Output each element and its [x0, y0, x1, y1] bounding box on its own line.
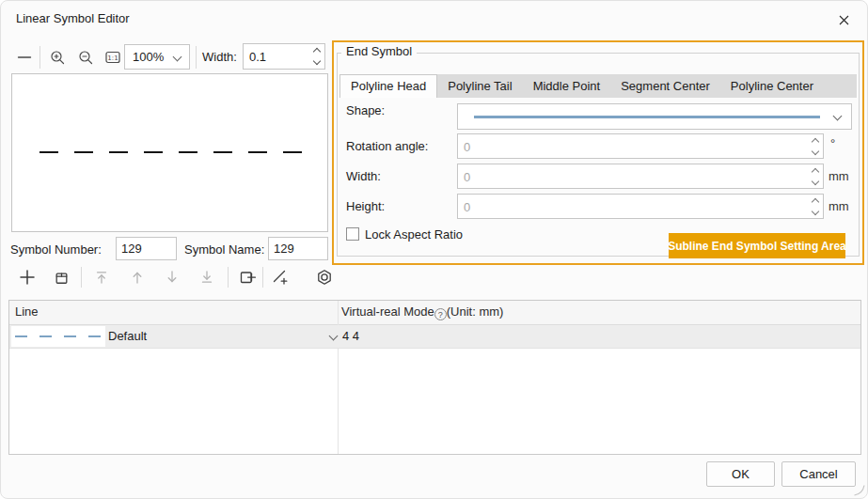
width-label: Width: [202, 50, 237, 64]
chevron-down-icon [173, 53, 182, 62]
move-down-button[interactable] [160, 265, 184, 289]
linear-symbol-editor-dialog: Linear Symbol Editor [0, 0, 868, 499]
close-button[interactable] [829, 7, 859, 33]
separator [228, 267, 229, 288]
tab-segment-center[interactable]: Segment Center [610, 74, 720, 98]
symbol-name-label: Symbol Name: [184, 242, 264, 257]
row-dashed-line [15, 335, 103, 337]
symbol-number-input[interactable] [116, 237, 177, 260]
square-plus-icon [239, 269, 256, 286]
chevron-down-icon [833, 112, 843, 121]
stepper-up-icon[interactable] [812, 197, 819, 205]
delete-line-button[interactable] [49, 265, 73, 289]
column-header-mode-text: Virtual-real Mode [341, 304, 434, 319]
rotation-angle-label: Rotation angle: [346, 139, 428, 153]
table-row[interactable]: Default 4 4 [9, 325, 860, 349]
zoom-level-value: 100% [133, 50, 164, 64]
tab-middle-point[interactable]: Middle Point [523, 74, 611, 98]
line-width-stepper[interactable]: 0.1 [243, 43, 325, 70]
zoom-out-button[interactable] [73, 45, 98, 70]
move-to-top-button[interactable] [89, 265, 114, 289]
separator [196, 46, 197, 69]
stepper-down-icon[interactable] [812, 147, 819, 154]
end-symbol-group-title: End Symbol [341, 44, 417, 58]
add-line-button[interactable] [15, 265, 39, 289]
mode-value-cell[interactable]: 4 4 [342, 329, 359, 343]
end-height-unit: mm [829, 199, 849, 213]
line-icon [17, 50, 32, 65]
end-height-value: 0 [464, 199, 470, 213]
symbol-preview-panel[interactable] [11, 73, 328, 232]
stepper-up-icon[interactable] [313, 48, 321, 55]
hexagon-nut-icon [316, 269, 333, 286]
move-to-top-icon [94, 270, 109, 285]
tab-polyline-head[interactable]: Polyline Head [339, 74, 437, 98]
line-plus-icon [272, 269, 289, 286]
stepper-up-icon[interactable] [812, 137, 819, 145]
move-to-bottom-button[interactable] [195, 265, 219, 289]
symbol-name-input[interactable] [268, 237, 328, 260]
actual-size-button[interactable]: 1:1 [101, 45, 125, 70]
rotation-angle-stepper[interactable]: 0 [457, 133, 824, 159]
insert-symbol-button[interactable] [235, 265, 260, 289]
column-header-mode-unit: (Unit: mm) [447, 304, 504, 319]
end-width-value: 0 [464, 169, 470, 183]
svg-text:1:1: 1:1 [107, 55, 118, 62]
ok-button[interactable]: OK [706, 461, 775, 487]
stepper-down-icon[interactable] [812, 207, 819, 214]
line-table: Line Virtual-real Mode?(Unit: mm) Defaul… [8, 300, 861, 455]
separator [262, 267, 263, 288]
column-header-line: Line [15, 304, 39, 319]
tab-polyline-tail[interactable]: Polyline Tail [437, 74, 522, 98]
shape-line-preview [474, 116, 820, 118]
end-width-label: Width: [346, 169, 381, 183]
lock-aspect-ratio-label: Lock Aspect Ratio [365, 227, 463, 242]
rotation-angle-value: 0 [464, 139, 470, 153]
zoom-level-select[interactable]: 100% [124, 44, 190, 70]
dialog-title: Linear Symbol Editor [16, 11, 130, 25]
end-height-stepper[interactable]: 0 [457, 194, 824, 219]
tab-polyline-center[interactable]: Polyline Center [720, 74, 824, 98]
preview-dashed-line [39, 151, 302, 153]
resize-grip[interactable] [853, 484, 865, 496]
zoom-out-icon [78, 50, 94, 66]
separator [39, 46, 40, 69]
zoom-in-button[interactable] [45, 45, 70, 70]
cancel-button[interactable]: Cancel [781, 461, 856, 487]
column-divider [338, 301, 339, 454]
separator [81, 267, 82, 288]
zoom-in-icon [50, 50, 66, 66]
arrow-down-icon [165, 270, 180, 285]
lock-aspect-ratio-checkbox[interactable] [346, 227, 359, 241]
shape-select[interactable] [457, 103, 852, 130]
line-width-value: 0.1 [249, 50, 266, 64]
column-header-mode: Virtual-real Mode?(Unit: mm) [341, 304, 503, 320]
stepper-down-icon[interactable] [313, 57, 321, 65]
line-table-header: Line Virtual-real Mode?(Unit: mm) [9, 301, 860, 325]
end-width-stepper[interactable]: 0 [457, 164, 824, 189]
end-symbol-tabstrip: Polyline Head Polyline Tail Middle Point… [339, 74, 857, 98]
add-subline-button[interactable] [268, 265, 292, 289]
chevron-down-icon[interactable] [329, 332, 339, 341]
line-name-cell[interactable]: Default [108, 329, 147, 343]
end-height-label: Height: [346, 199, 385, 213]
rotation-unit: ° [830, 136, 835, 150]
close-icon [837, 13, 851, 27]
trash-icon [54, 270, 70, 286]
symbol-settings-button[interactable] [312, 265, 337, 289]
subline-end-symbol-badge: Subline End Symbol Setting Area [669, 233, 845, 258]
arrow-up-icon [130, 270, 145, 285]
end-symbol-section: End Symbol Polyline Head Polyline Tail M… [332, 40, 864, 265]
line-style-preview [11, 326, 105, 347]
stepper-up-icon[interactable] [812, 167, 819, 175]
plus-icon [19, 269, 36, 286]
line-tool-button[interactable] [12, 45, 37, 70]
stepper-down-icon[interactable] [812, 177, 819, 184]
shape-label: Shape: [346, 103, 385, 117]
one-to-one-icon: 1:1 [104, 49, 121, 66]
move-up-button[interactable] [125, 265, 150, 289]
symbol-number-label: Symbol Number: [10, 242, 102, 257]
end-width-unit: mm [829, 169, 849, 183]
move-to-bottom-icon [199, 270, 214, 285]
help-icon[interactable]: ? [434, 308, 447, 320]
